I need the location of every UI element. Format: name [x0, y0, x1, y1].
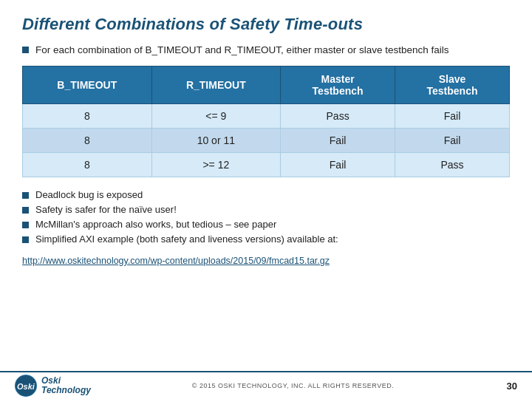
bullet-text: Simplified AXI example (both safety and … — [35, 233, 338, 245]
logo: Oski OskiTechnology — [15, 375, 91, 397]
table-cell: Pass — [395, 153, 510, 177]
col-header-slave: SlaveTestbench — [395, 66, 510, 104]
table-cell: >= 12 — [151, 153, 281, 177]
table-cell: 10 or 11 — [151, 129, 281, 153]
table-cell: 8 — [23, 104, 152, 129]
bullet-item: Deadlock bug is exposed — [22, 189, 510, 200]
bullet-icon — [22, 236, 29, 243]
intro-text: For each combination of B_TIMEOUT and R_… — [35, 44, 449, 55]
copyright: © 2015 OSKI TECHNOLOGY, INC. ALL RIGHTS … — [91, 382, 495, 389]
combinations-table: B_TIMEOUT R_TIMEOUT MasterTestbench Slav… — [22, 66, 510, 177]
bottom-bullets: Deadlock bug is exposedSafety is safer f… — [22, 189, 510, 248]
page-number: 30 — [495, 381, 517, 392]
bullet-icon — [22, 47, 29, 53]
table-cell: Fail — [395, 129, 510, 153]
col-header-btimeout: B_TIMEOUT — [23, 66, 152, 104]
bullet-icon — [22, 207, 29, 214]
table-cell: Fail — [281, 129, 395, 153]
bullet-item: McMillan's approach also works, but tedi… — [22, 219, 510, 230]
link-text[interactable]: http://www.oskitechnology.com/wp-content… — [22, 256, 510, 266]
table-cell: <= 9 — [151, 104, 281, 129]
bullet-text: Safety is safer for the naïve user! — [35, 204, 177, 215]
logo-icon: Oski — [15, 375, 37, 397]
bullet-icon — [22, 222, 29, 228]
table-row: 8>= 12FailPass — [23, 153, 510, 177]
col-header-master: MasterTestbench — [281, 66, 395, 104]
table-cell: Fail — [281, 153, 395, 177]
bullet-text: McMillan's approach also works, but tedi… — [35, 219, 276, 230]
table-cell: 8 — [23, 129, 152, 153]
data-table-container: B_TIMEOUT R_TIMEOUT MasterTestbench Slav… — [22, 66, 510, 177]
bullet-item: Safety is safer for the naïve user! — [22, 204, 510, 215]
bullet-text: Deadlock bug is exposed — [35, 189, 143, 200]
bullet-icon — [22, 192, 29, 199]
table-cell: Fail — [395, 104, 510, 129]
col-header-rtimeout: R_TIMEOUT — [151, 66, 281, 104]
footer: Oski OskiTechnology © 2015 OSKI TECHNOLO… — [0, 371, 532, 399]
table-cell: 8 — [23, 153, 152, 177]
svg-text:Oski: Oski — [17, 382, 35, 391]
table-row: 8<= 9PassFail — [23, 104, 510, 129]
slide: Different Combinations of Safety Time-ou… — [0, 0, 532, 399]
intro-bullet: For each combination of B_TIMEOUT and R_… — [22, 44, 510, 55]
table-row: 810 or 11FailFail — [23, 129, 510, 153]
table-cell: Pass — [281, 104, 395, 129]
logo-label: OskiTechnology — [41, 376, 91, 395]
bullet-item: Simplified AXI example (both safety and … — [22, 233, 510, 245]
slide-title: Different Combinations of Safety Time-ou… — [22, 15, 510, 34]
